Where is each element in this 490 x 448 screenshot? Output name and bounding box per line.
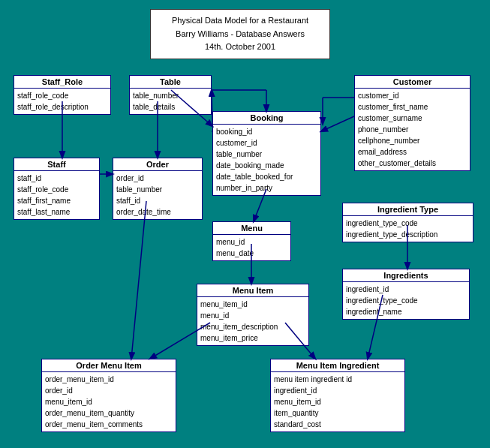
field: menu_item_description [200,321,305,332]
svg-line-4 [321,116,354,131]
menu-title: Menu [213,222,290,235]
menu-item-ingredient-title: Menu Item Ingredient [271,359,404,372]
field: customer_id [216,137,317,149]
ingredient-type-body: ingredient_type_code ingredient_type_des… [343,216,473,242]
entity-order: Order order_id table_number staff_id ord… [113,158,203,220]
svg-line-10 [131,201,146,359]
field: ingredient_type_code [346,295,466,306]
ingredients-body: ingredient_id ingredient_type_code ingre… [343,282,469,319]
field: order_id [45,385,173,396]
title-box: Physical Data Model for a Restaurant Bar… [150,9,330,59]
ingredients-title: Ingredients [343,269,469,282]
staff-role-body: staff_role_code staff_role_description [14,89,110,114]
field: staff_id [17,173,96,184]
entity-menu: Menu menu_id menu_date [212,221,291,261]
field: menu_item_id [200,299,305,310]
field: menu_id [216,236,287,248]
field: ingredient_id [346,284,466,295]
staff-body: staff_id staff_role_code staff_first_nam… [14,171,99,219]
staff-title: Staff [14,158,99,171]
field: date_booking_made [216,160,317,171]
order-menu-item-title: Order Menu Item [42,359,176,372]
title-line2: Barry Williams - Database Answers [158,28,322,41]
staff-role-title: Staff_Role [14,76,110,89]
field: ingredient_type_description [346,229,470,240]
entity-ingredient-type: Ingredient Type ingredient_type_code ing… [342,203,473,242]
menu-body: menu_id menu_date [213,235,290,260]
entity-order-menu-item: Order Menu Item order_menu_item_id order… [41,359,176,432]
field: staff_first_name [17,195,96,206]
booking-body: booking_id customer_id table_number date… [213,125,320,195]
field: staff_role_description [17,101,107,113]
table-title: Table [130,76,211,89]
field: table_details [133,101,208,113]
field: menu_item_id [45,396,173,407]
field: order_menu_item_comments [45,419,173,430]
field: menu_date [216,248,287,259]
field: customer_surname [358,113,467,124]
entity-menu-item-ingredient: Menu Item Ingredient menu item ingredien… [270,359,405,432]
menu-item-body: menu_item_id menu_id menu_item_descripti… [197,297,308,345]
field: table_number [133,90,208,101]
entity-staff: Staff staff_id staff_role_code staff_fir… [14,158,100,220]
booking-title: Booking [213,112,320,125]
field: item_quantity [274,407,401,419]
ingredient-type-title: Ingredient Type [343,203,473,216]
field: standard_cost [274,419,401,430]
order-menu-item-body: order_menu_item_id order_id menu_item_id… [42,372,176,431]
field: menu_id [200,310,305,321]
field: email_address [358,146,467,158]
entity-ingredients: Ingredients ingredient_id ingredient_typ… [342,269,470,320]
field: phone_number [358,124,467,135]
field: number_in_party [216,182,317,194]
customer-title: Customer [355,76,470,89]
field: ingredient_id [274,385,401,396]
field: table_number [216,149,317,160]
field: customer_first_name [358,101,467,113]
field: table_number [116,184,199,195]
field: ingredient_type_code [346,218,470,229]
field: other_customer_details [358,158,467,169]
entity-customer: Customer customer_id customer_first_name… [354,75,470,171]
field: order_menu_item_quantity [45,407,173,419]
table-body: table_number table_details [130,89,211,114]
field: ingredient_name [346,306,466,317]
order-body: order_id table_number staff_id order_dat… [113,171,202,219]
customer-body: customer_id customer_first_name customer… [355,89,470,170]
menu-item-title: Menu Item [197,284,308,297]
field: order_id [116,173,199,184]
entity-booking: Booking booking_id customer_id table_num… [212,111,321,196]
field: customer_id [358,90,467,101]
field: booking_id [216,126,317,137]
field: staff_role_code [17,90,107,101]
field: cellphone_number [358,135,467,146]
field: order_menu_item_id [45,374,173,385]
field: menu item ingredient id [274,374,401,385]
entity-staff-role: Staff_Role staff_role_code staff_role_de… [14,75,111,115]
entity-table: Table table_number table_details [129,75,212,115]
field: menu_item_price [200,332,305,344]
order-title: Order [113,158,202,171]
field: staff_last_name [17,206,96,218]
field: staff_role_code [17,184,96,195]
field: date_table_booked_for [216,171,317,182]
field: menu_item_id [274,396,401,407]
field: staff_id [116,195,199,206]
menu-item-ingredient-body: menu item ingredient id ingredient_id me… [271,372,404,431]
field: order_date_time [116,206,199,218]
entity-menu-item: Menu Item menu_item_id menu_id menu_item… [197,284,309,346]
title-line3: 14th. October 2001 [158,41,322,54]
title-line1: Physical Data Model for a Restaurant [158,14,322,28]
